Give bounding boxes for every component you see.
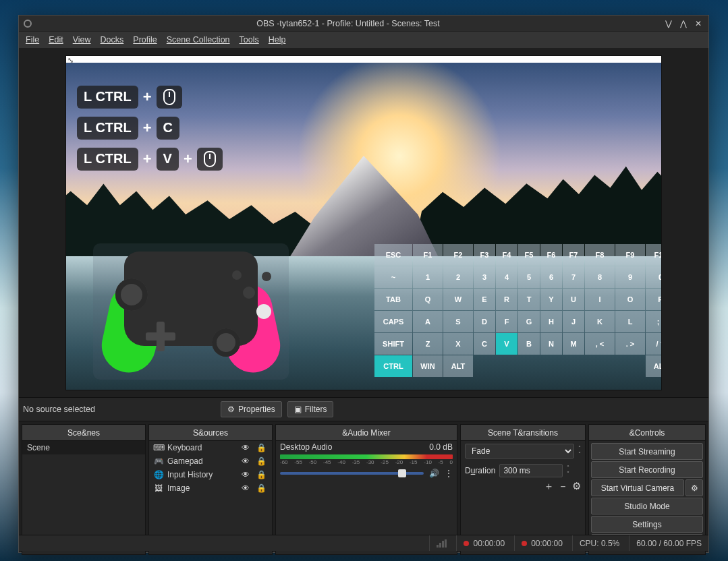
gamepad-overlay — [93, 243, 289, 380]
key-b: B — [518, 333, 540, 355]
key-2: 2 — [443, 266, 473, 288]
settings-button[interactable]: Settings — [591, 516, 703, 533]
globe-icon: 🌐 — [154, 470, 163, 479]
keycap: L CTRL — [77, 148, 138, 171]
properties-button[interactable]: ⚙Properties — [221, 401, 282, 417]
key-f4: F4 — [496, 244, 517, 266]
resize-handle-icon[interactable]: ⤡ — [67, 56, 74, 65]
lock-toggle[interactable]: 🔒 — [256, 483, 267, 493]
filters-icon: ▣ — [294, 405, 302, 414]
svg-point-0 — [24, 20, 31, 27]
key-a: A — [413, 311, 443, 332]
keycap: L CTRL — [77, 86, 138, 109]
key-z: Z — [413, 333, 443, 355]
dur-up-icon[interactable]: ˄ — [567, 465, 569, 471]
key-0: 0 — [646, 266, 662, 288]
key-i: I — [585, 289, 615, 310]
scene-row[interactable]: Scene — [22, 441, 145, 454]
input-history-row: L CTRL+C — [77, 117, 223, 140]
key-tab: TAB — [374, 289, 412, 310]
mixer-menu-button[interactable]: ⋮ — [445, 469, 453, 478]
network-indicator — [429, 535, 447, 551]
menu-file[interactable]: File — [26, 35, 39, 45]
spin-down-icon[interactable]: ˅ — [578, 451, 581, 457]
remove-transition-button[interactable]: － — [558, 480, 568, 493]
lock-toggle[interactable]: 🔒 — [256, 456, 267, 466]
visibility-toggle[interactable]: 👁 — [242, 483, 252, 493]
source-label: Keyboard — [167, 443, 237, 452]
visibility-toggle[interactable]: 👁 — [242, 456, 252, 466]
menu-help[interactable]: Help — [269, 35, 286, 45]
sources-title: S&ources — [149, 425, 272, 441]
app-icon — [19, 19, 36, 28]
preview-area: ⤡ L CTRL+L CTRL+CL CTRL+V+ ESCF1F2F3F4F5… — [19, 48, 708, 397]
start-virtual-camera-button[interactable]: Start Virtual Camera — [591, 479, 684, 496]
key-~: ~ — [374, 266, 412, 288]
key-6: 6 — [540, 266, 562, 288]
key-s: S — [443, 311, 473, 332]
key-v: V — [496, 333, 517, 355]
start-recording-button[interactable]: Start Recording — [591, 461, 703, 478]
lock-toggle[interactable]: 🔒 — [256, 443, 267, 452]
start-streaming-button[interactable]: Start Streaming — [591, 443, 703, 460]
key-ctrl: CTRL — [374, 355, 412, 377]
close-button[interactable]: ✕ — [694, 19, 703, 28]
transitions-title: Scene T&ransitions — [461, 425, 585, 441]
key-p: P — [646, 289, 662, 310]
add-transition-button[interactable]: ＋ — [544, 480, 554, 493]
mixer-level: 0.0 dB — [429, 442, 453, 452]
key-f8: F8 — [585, 244, 615, 266]
menu-docks[interactable]: Docks — [101, 35, 124, 45]
dur-down-icon[interactable]: ˅ — [567, 471, 569, 477]
right-stick-icon — [212, 328, 240, 357]
titlebar: OBS -tytan652-1 - Profile: Untitled - Sc… — [19, 16, 708, 32]
key-f2: F2 — [443, 244, 473, 266]
key-m: M — [563, 333, 584, 355]
key-alt: ALT — [443, 355, 473, 377]
source-row[interactable]: 🎮Gamepad👁🔒 — [149, 454, 272, 468]
speaker-icon[interactable]: 🔊 — [429, 469, 439, 478]
key-g: G — [518, 311, 540, 332]
menu-view[interactable]: View — [73, 35, 91, 45]
key-9: 9 — [615, 266, 645, 288]
live-time: 00:00:00 — [456, 535, 505, 551]
duration-input[interactable] — [499, 464, 563, 477]
preview-canvas[interactable]: ⤡ L CTRL+L CTRL+CL CTRL+V+ ESCF1F2F3F4F5… — [65, 55, 662, 390]
spin-up-icon[interactable]: ˄ — [578, 445, 581, 451]
key-r: R — [496, 289, 517, 310]
key-; :: ; : — [646, 311, 662, 332]
menubar: File Edit View Docks Profile Scene Colle… — [19, 32, 708, 48]
source-row[interactable]: 🖼Image👁🔒 — [149, 481, 272, 495]
minimize-button[interactable]: ⋁ — [664, 19, 673, 28]
keycap: L CTRL — [77, 117, 138, 140]
key-y: Y — [540, 289, 562, 310]
mouse-click-icon — [157, 86, 182, 109]
no-source-label: No source selected — [23, 405, 95, 414]
duration-label: Duration — [465, 466, 495, 475]
virtual-camera-settings-button[interactable]: ⚙ — [685, 479, 703, 496]
studio-mode-button[interactable]: Studio Mode — [591, 498, 703, 514]
key-w: W — [443, 289, 473, 310]
key-n: N — [540, 333, 562, 355]
visibility-toggle[interactable]: 👁 — [242, 470, 252, 479]
volume-slider[interactable] — [280, 472, 424, 475]
menu-profile[interactable]: Profile — [133, 35, 157, 45]
transition-props-button[interactable]: ⚙ — [572, 480, 581, 493]
input-history-row: L CTRL+V+ — [77, 148, 223, 171]
app-window: OBS -tytan652-1 - Profile: Untitled - Sc… — [18, 15, 709, 553]
transition-select[interactable]: Fade — [465, 444, 574, 459]
key-5: 5 — [518, 266, 540, 288]
menu-edit[interactable]: Edit — [49, 35, 63, 45]
maximize-button[interactable]: ⋀ — [679, 19, 688, 28]
source-header: No source selected ⚙Properties ▣Filters — [19, 397, 708, 421]
filters-button[interactable]: ▣Filters — [287, 401, 334, 417]
source-row[interactable]: ⌨Keyboard👁🔒 — [149, 441, 272, 454]
menu-scene-collection[interactable]: Scene Collection — [167, 35, 230, 45]
source-row[interactable]: 🌐Input History👁🔒 — [149, 468, 272, 481]
key-t: T — [518, 289, 540, 310]
visibility-toggle[interactable]: 👁 — [242, 443, 252, 452]
lock-toggle[interactable]: 🔒 — [256, 470, 267, 479]
menu-tools[interactable]: Tools — [240, 35, 259, 45]
key-k: K — [585, 311, 615, 332]
window-controls: ⋁ ⋀ ✕ — [660, 19, 708, 28]
